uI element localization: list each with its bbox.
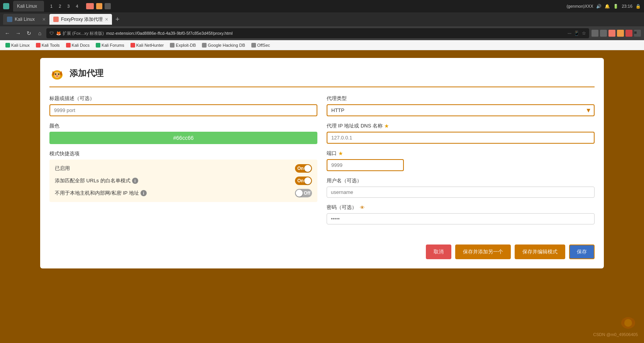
password-wrapper <box>327 213 595 224</box>
ws-2[interactable]: 2 <box>56 3 63 9</box>
address-url: moz-extension://0ad8886e-ffcd-4a39-9bf0-… <box>106 31 565 36</box>
workspace-tab-label: Kali Linux <box>17 3 37 9</box>
username-group: 用户名（可选） <box>327 177 595 198</box>
back-button[interactable]: ← <box>3 29 12 37</box>
forums-bk-icon <box>96 43 100 48</box>
title-field-label: 标题或描述（可选） <box>49 95 317 102</box>
menu-icon[interactable]: ≡ <box>634 30 641 37</box>
titlebar-right: (genmon)XXX 🔊 🔔 🔋 23:16 🔒 <box>566 4 641 9</box>
tab-foxyproxy[interactable]: FoxyProxy 添加代理 × <box>49 14 112 25</box>
whitelist-toggle[interactable]: On <box>295 177 312 185</box>
form-header: 添加代理 <box>49 66 595 87</box>
os-icon <box>3 3 9 9</box>
tab-bar: Kali Linux × FoxyProxy 添加代理 × + <box>0 12 644 26</box>
titlebar: Kali Linux 1 2 3 4 (genmon)XXX 🔊 🔔 🔋 23:… <box>0 0 644 12</box>
tools-bk-icon <box>36 43 41 48</box>
enabled-toggle-track[interactable]: On <box>295 164 312 173</box>
pattern-section-label: 模式快捷选项 <box>49 150 317 157</box>
title-field-group: 标题或描述（可选） <box>49 95 317 116</box>
username-input[interactable] <box>327 187 595 198</box>
svg-point-10 <box>624 319 632 327</box>
password-input[interactable] <box>327 213 595 224</box>
color-picker[interactable]: #66cc66 <box>49 132 317 144</box>
cancel-button[interactable]: 取消 <box>426 245 451 259</box>
whitelist-info-icon[interactable]: i <box>132 178 138 184</box>
tab-kali-linux[interactable]: Kali Linux × <box>3 14 49 25</box>
form-body: 标题或描述（可选） 颜色 #66cc66 模式快捷选项 已启用 <box>49 95 595 259</box>
bookmark-offsec[interactable]: OffSec <box>249 42 272 48</box>
save-add-button[interactable]: 保存并添加另一个 <box>455 245 511 259</box>
reload-button[interactable]: ↻ <box>25 29 33 37</box>
pattern-row-whitelist: 添加匹配全部 URLs 的白名单模式 i On <box>55 177 312 185</box>
eye-toggle-icon[interactable]: 👁 <box>360 205 365 211</box>
home-button[interactable]: ⌂ <box>36 29 44 37</box>
browser-chrome: Kali Linux 1 2 3 4 (genmon)XXX 🔊 🔔 🔋 23:… <box>0 0 644 50</box>
port-input[interactable] <box>327 159 404 171</box>
tab-foxy-close[interactable]: × <box>105 17 108 22</box>
battery-icon: 🔋 <box>613 4 619 9</box>
form-actions: 取消 保存并添加另一个 保存并编辑模式 保存 <box>327 238 595 259</box>
fox-ext-icon[interactable] <box>608 30 615 37</box>
left-column: 标题或描述（可选） 颜色 #66cc66 模式快捷选项 已启用 <box>49 95 317 259</box>
port-label: 端口 ★ <box>327 150 595 157</box>
bookmark-kali-docs[interactable]: Kali Docs <box>64 42 92 48</box>
proxy-ip-required-star: ★ <box>384 123 389 129</box>
tab-foxy-label: FoxyProxy 添加代理 <box>61 16 103 23</box>
svg-point-5 <box>58 73 59 75</box>
svg-point-6 <box>56 75 58 77</box>
security-shield-icon: 🛡 <box>49 31 54 36</box>
proxy-ip-group: 代理 IP 地址或 DNS 名称 ★ <box>327 122 595 144</box>
save-edit-button[interactable]: 保存并编辑模式 <box>515 245 565 259</box>
localhost-toggle[interactable]: Off <box>295 189 312 197</box>
watermark-text: CSDN @m0_49506405 <box>593 332 638 337</box>
bookmark-nethunter[interactable]: Kali NetHunter <box>128 42 166 48</box>
save-button[interactable]: 保存 <box>569 245 595 259</box>
localhost-toggle-track[interactable]: Off <box>295 189 312 197</box>
port-required-star: ★ <box>338 150 343 156</box>
ws-3[interactable]: 3 <box>65 3 72 9</box>
bookmarks-bar: Kali Linux Kali Tools Kali Docs Kali For… <box>0 40 644 50</box>
ellipsis-icon: ··· <box>568 31 571 36</box>
proxy-ip-input[interactable] <box>327 132 595 144</box>
pattern-shortcuts-group: 模式快捷选项 已启用 On <box>49 150 317 202</box>
address-bar[interactable]: 🛡 🦊 扩展 (Fox...xy 标准版) moz-extension://0a… <box>46 28 589 38</box>
nav-right: ≡ <box>591 30 641 37</box>
color-label: 颜色 <box>49 122 317 129</box>
color-field-group: 颜色 #66cc66 <box>49 122 317 144</box>
enabled-toggle-knob <box>304 165 311 172</box>
ghdb-bk-icon <box>202 43 207 48</box>
bookmark-exploit-db[interactable]: Exploit-DB <box>168 42 198 48</box>
title-input[interactable] <box>49 104 317 116</box>
nethunter-bk-icon <box>130 43 135 48</box>
proxy-ip-label: 代理 IP 地址或 DNS 名称 ★ <box>327 122 595 129</box>
localhost-info-icon[interactable]: i <box>141 190 147 196</box>
bookmark-kali-forums[interactable]: Kali Forums <box>93 42 127 48</box>
nethunter-bk-label: Kali NetHunter <box>136 43 164 48</box>
proxy-type-select[interactable]: HTTP HTTPS SOCKS4 SOCKS5 <box>327 104 595 116</box>
tab-kali-close[interactable]: × <box>42 17 46 22</box>
sidebar-icon[interactable] <box>591 30 598 37</box>
kali-linux-bk-label: Kali Linux <box>11 43 30 48</box>
bookmark-kali-tools[interactable]: Kali Tools <box>34 42 62 48</box>
proxy-type-select-wrapper: HTTP HTTPS SOCKS4 SOCKS5 ▼ <box>327 104 595 116</box>
bookmark-ghdb[interactable]: Google Hacking DB <box>200 42 247 48</box>
whitelist-toggle-track[interactable]: On <box>295 177 312 185</box>
whitelist-toggle-on-label: On <box>297 178 304 183</box>
pattern-row-enabled: 已启用 On <box>55 164 312 173</box>
reader-icon[interactable] <box>600 30 607 37</box>
tools-ext-icon[interactable] <box>625 30 632 37</box>
workspace-tab-kali[interactable]: Kali Linux <box>13 1 44 12</box>
forward-button[interactable]: → <box>14 29 22 37</box>
tab-add-button[interactable]: + <box>112 14 123 25</box>
enabled-toggle[interactable]: On <box>295 164 312 173</box>
proxy-form-card: 添加代理 标题或描述（可选） 颜色 #66cc66 模式快捷选项 <box>40 58 604 268</box>
bookmark-kali-linux[interactable]: Kali Linux <box>3 42 32 48</box>
watermark-fox-logo <box>619 311 638 331</box>
ws-1[interactable]: 1 <box>48 3 55 9</box>
ws-4[interactable]: 4 <box>73 3 80 9</box>
tab-kali-label: Kali Linux <box>15 17 35 22</box>
proxy-type-label: 代理类型 <box>327 95 595 102</box>
ff-ext-icon[interactable] <box>617 30 624 37</box>
svg-point-4 <box>55 73 56 75</box>
localhost-toggle-knob <box>296 190 303 197</box>
